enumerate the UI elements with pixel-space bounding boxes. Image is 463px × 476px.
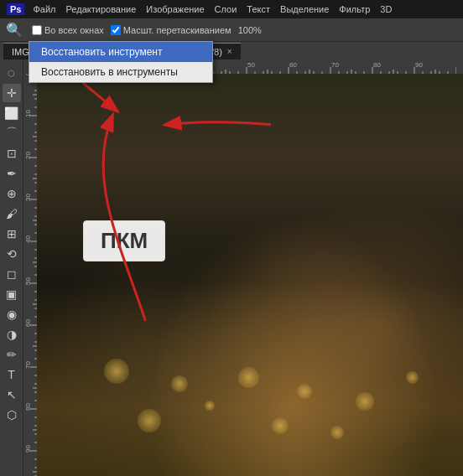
pkm-label: ПКМ [83, 220, 165, 261]
svg-line-1 [83, 83, 117, 111]
zoom-tool-icon[interactable]: 🔍 Восстановить инструмент Восстановить в… [5, 21, 23, 39]
canvas-content: ПКМ [23, 74, 463, 476]
scale-drag-option[interactable]: Масшт. перетаскиванием [111, 25, 232, 35]
tool-marquee[interactable]: ⬜ [3, 104, 21, 122]
ps-logo: Ps [7, 3, 24, 15]
title-menu[interactable]: Файл Редактирование Изображение Слои Тек… [33, 4, 392, 14]
title-bar: Ps Файл Редактирование Изображение Слои … [0, 0, 463, 18]
left-toolbar: ⬡ ✛ ⬜ ⌒ ⊡ ✒ ⊕ 🖌 ⊞ ⟲ ◻ ▣ ◉ ◑ ✏ T ↖ ⬡ [0, 60, 23, 476]
tool-lasso[interactable]: ⌒ [3, 124, 21, 142]
tool-heal[interactable]: ⊕ [3, 184, 21, 203]
menu-text[interactable]: Текст [247, 4, 270, 14]
tool-move[interactable]: ✛ [3, 84, 21, 102]
bokeh-8 [205, 401, 215, 411]
all-windows-option[interactable]: Во всех окнах [32, 25, 104, 35]
scale-drag-checkbox[interactable] [111, 25, 121, 35]
vertical-ruler [23, 74, 37, 476]
tool-eraser[interactable]: ◻ [3, 265, 21, 283]
canvas-area: ПКМ [23, 60, 463, 476]
tool-shape[interactable]: ⬡ [3, 406, 21, 424]
tool-blur[interactable]: ◉ [3, 305, 21, 323]
menu-file[interactable]: Файл [33, 4, 55, 14]
bokeh-4 [297, 384, 312, 399]
tool-arrows[interactable]: ⬡ [3, 64, 21, 82]
zoom-percent: 100% [238, 25, 262, 35]
tool-selection[interactable]: ↖ [3, 385, 21, 404]
tab-close-button[interactable]: × [227, 47, 232, 56]
bokeh-5 [356, 392, 374, 411]
menu-edit[interactable]: Редактирование [66, 4, 137, 14]
menu-image[interactable]: Изображение [146, 4, 204, 14]
tool-gradient[interactable]: ▣ [3, 285, 21, 303]
tool-history[interactable]: ⟲ [3, 245, 21, 263]
bokeh-7 [138, 409, 161, 432]
menu-item-restore-tool[interactable]: Восстановить инструмент [29, 42, 212, 62]
bokeh-1 [104, 359, 129, 384]
bokeh-2 [171, 375, 188, 392]
tool-dodge[interactable]: ◑ [3, 325, 21, 344]
menu-filter[interactable]: Фильтр [339, 4, 370, 14]
tool-eyedropper[interactable]: ✒ [3, 164, 21, 183]
menu-layers[interactable]: Слои [215, 4, 237, 14]
tool-crop[interactable]: ⊡ [3, 144, 21, 163]
context-menu: Восстановить инструмент Восстановить в и… [29, 41, 213, 83]
bokeh-10 [330, 426, 344, 439]
photo-canvas[interactable]: ПКМ [37, 74, 463, 476]
menu-3d[interactable]: 3D [380, 4, 392, 14]
bokeh-3 [238, 367, 259, 388]
photo-background: ПКМ [37, 74, 463, 476]
arrows-overlay [37, 74, 463, 476]
toolbar-options: Во всех окнах Масшт. перетаскиванием 100… [23, 25, 265, 35]
tool-text[interactable]: T [3, 365, 21, 384]
top-toolbar: 🔍 Восстановить инструмент Восстановить в… [0, 18, 463, 42]
tool-pen[interactable]: ✏ [3, 345, 21, 364]
all-windows-checkbox[interactable] [32, 25, 42, 35]
main-area: ⬡ ✛ ⬜ ⌒ ⊡ ✒ ⊕ 🖌 ⊞ ⟲ ◻ ▣ ◉ ◑ ✏ T ↖ ⬡ [0, 60, 463, 476]
bokeh-9 [272, 417, 289, 434]
menu-item-restore-all-tools[interactable]: Восстановить в инструменты [29, 62, 212, 82]
bokeh-6 [406, 371, 419, 384]
tool-brush[interactable]: 🖌 [3, 204, 21, 223]
tool-clone[interactable]: ⊞ [3, 225, 21, 243]
menu-select[interactable]: Выделение [280, 4, 329, 14]
